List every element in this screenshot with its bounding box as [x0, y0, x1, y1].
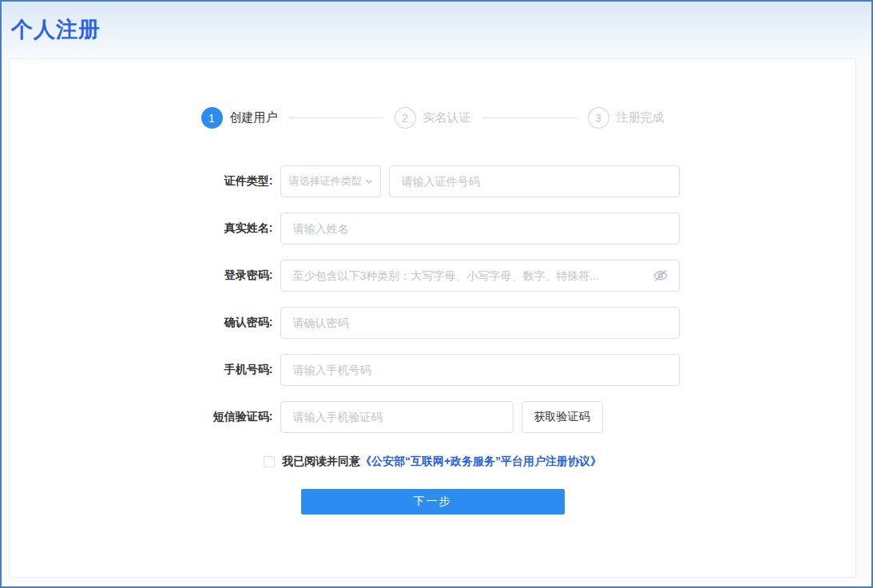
registration-card: 1 创建用户 2 实名认证 3 注册完成 证件类型: 请选择证件类型: [9, 58, 856, 578]
form-row-confirm-password: 确认密码:: [186, 307, 680, 339]
step-connector: [482, 117, 577, 118]
eye-slash-icon[interactable]: [653, 267, 670, 284]
step-1-label: 创建用户: [230, 110, 278, 125]
form-row-password: 登录密码:: [186, 260, 680, 292]
step-create-user: 1 创建用户: [201, 107, 278, 129]
sms-code-label: 短信验证码:: [186, 410, 280, 424]
agreement-link[interactable]: 《公安部“互联网+政务服务”平台用户注册协议》: [360, 455, 601, 469]
step-2-badge: 2: [395, 107, 416, 129]
step-1-badge: 1: [201, 107, 223, 129]
stepper: 1 创建用户 2 实名认证 3 注册完成: [10, 107, 855, 129]
phone-label: 手机号码:: [186, 363, 280, 377]
step-connector: [289, 117, 383, 118]
password-field-wrap: [280, 260, 680, 292]
form-row-phone: 手机号码:: [186, 354, 680, 386]
real-name-label: 真实姓名:: [186, 221, 280, 236]
real-name-input[interactable]: [280, 213, 680, 244]
registration-form: 证件类型: 请选择证件类型 真实姓名: 登录密码:: [186, 165, 680, 514]
cert-number-input[interactable]: [389, 165, 680, 197]
get-sms-code-button[interactable]: 获取验证码: [522, 401, 603, 433]
password-input[interactable]: [280, 260, 680, 292]
sms-code-input[interactable]: [280, 401, 514, 433]
step-registration-done: 3 注册完成: [588, 107, 665, 129]
phone-input[interactable]: [280, 354, 680, 386]
password-label: 登录密码:: [186, 268, 280, 283]
step-real-name-auth: 2 实名认证: [395, 107, 471, 129]
confirm-password-label: 确认密码:: [186, 316, 280, 330]
page-header: 个人注册: [2, 2, 871, 58]
agreement-checkbox[interactable]: [264, 456, 275, 467]
form-row-cert-type: 证件类型: 请选择证件类型: [186, 165, 680, 197]
confirm-password-input[interactable]: [280, 307, 680, 339]
registration-page: 个人注册 1 创建用户 2 实名认证 3 注册完成 证件类型: 请选择证件: [0, 0, 873, 588]
cert-type-label: 证件类型:: [186, 174, 280, 189]
cert-type-select-placeholder: 请选择证件类型: [289, 174, 361, 189]
page-title: 个人注册: [11, 15, 101, 44]
form-row-sms-code: 短信验证码: 获取验证码: [186, 401, 680, 433]
next-step-button[interactable]: 下一步: [301, 489, 565, 514]
agreement-text: 我已阅读并同意: [282, 455, 360, 469]
step-3-badge: 3: [588, 107, 609, 129]
agreement-row: 我已阅读并同意 《公安部“互联网+政务服务”平台用户注册协议》: [186, 455, 680, 469]
chevron-down-icon: [364, 177, 374, 186]
step-3-label: 注册完成: [617, 110, 665, 125]
step-2-label: 实名认证: [423, 110, 471, 125]
cert-type-select[interactable]: 请选择证件类型: [280, 165, 381, 197]
form-row-real-name: 真实姓名:: [186, 213, 680, 244]
